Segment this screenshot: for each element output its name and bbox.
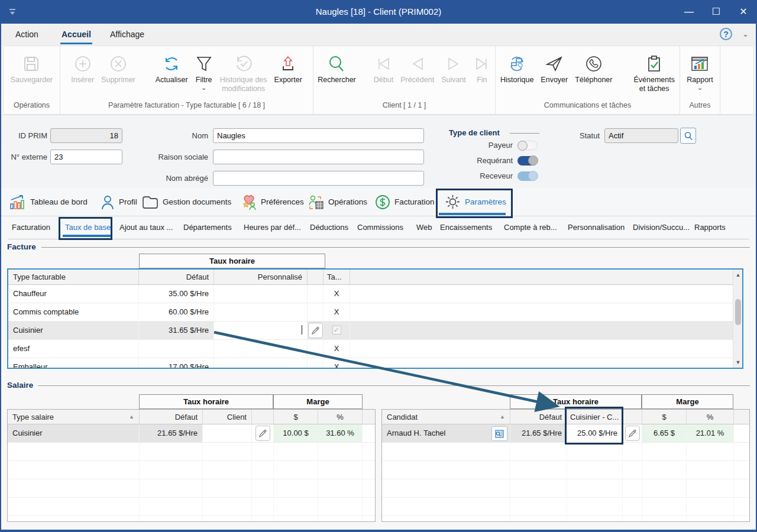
export-button[interactable]: Exporter [271,50,305,85]
edit-rate-button[interactable] [625,426,640,441]
ribbon-tab-affichage[interactable]: Affichage [108,24,147,46]
table-row[interactable]: Chauffeur 35.00 $/Hre X [8,285,742,303]
subtab-rapports[interactable]: Rapports [694,216,726,239]
minimize-button[interactable]: — [675,0,703,24]
marge-pct-cell: 21.01 % [687,424,734,442]
help-icon[interactable]: ? [720,28,732,40]
type-client-group-label: Type de client [449,128,500,137]
scroll-up-icon[interactable]: ▲ [733,270,743,280]
tab-facturation[interactable]: Facturation [375,188,435,216]
last-record-icon [473,52,491,76]
col-pct[interactable]: % [687,410,734,424]
scroll-down-icon[interactable]: ▼ [733,358,743,367]
subtab-ajout-au-taux[interactable]: Ajout au taux ... [119,216,173,239]
col-taxable[interactable]: Ta... [323,270,350,284]
first-record-button[interactable]: Début [371,50,396,85]
taxable-mark: X [323,340,350,358]
table-row-selected[interactable]: Cuisinier 31.65 $/Hre ✓ [8,322,742,340]
comm-history-button[interactable]: Historique [497,50,536,85]
col-client[interactable]: Client [203,410,252,424]
table-row[interactable]: Emballeur 17.00 $/Hre X [8,358,742,369]
ribbon-tab-accueil[interactable]: Accueil [59,24,93,46]
refresh-icon [162,52,181,76]
profile-icon [101,194,115,210]
taxable-checkbox[interactable]: ✓ [332,326,341,335]
tab-tableau-de-bord[interactable]: Tableau de bord [9,188,88,216]
previous-record-button[interactable]: Précédent [397,50,437,85]
col-pct[interactable]: % [318,410,363,424]
refresh-button[interactable]: Actualiser [153,50,191,85]
insert-button[interactable]: Insérer [68,50,97,85]
tab-parametres[interactable]: Paramètres [445,188,506,216]
save-button[interactable]: Sauvegarder [8,50,56,85]
history-modifications-button[interactable]: Historique des modifications [217,50,270,93]
subtab-facturation[interactable]: Facturation [12,216,50,239]
subtab-heures-par-defaut[interactable]: Heures par déf... [244,216,301,239]
facture-scrollbar[interactable]: ▲ ▼ [733,270,742,368]
subtab-commissions[interactable]: Commissions [357,216,403,239]
table-row[interactable]: Commis comptable 60.00 $/Hre X [8,303,742,322]
col-dollar[interactable]: $ [642,410,687,424]
report-icon [690,52,710,76]
payeur-toggle[interactable] [517,141,538,150]
tab-gestion-documents[interactable]: Gestion documents [142,188,231,216]
col-candidat[interactable]: Candidat▲ [382,410,510,424]
ribbon-collapse-chevron-icon[interactable]: ⌄ [742,30,749,38]
receveur-toggle[interactable] [517,171,538,181]
next-record-button[interactable]: Suivant [438,50,469,85]
window-title: Naugles [18] - Client (PRIM002) [0,0,757,24]
subtab-division-succursale[interactable]: Division/Succu... [633,216,690,239]
scrollbar-thumb[interactable] [735,299,741,325]
text-caret [302,325,302,335]
filter-button[interactable]: Filtre ⌄ [192,50,216,90]
col-personnalise[interactable]: Personnalisé [214,270,308,284]
col-dollar[interactable]: $ [274,410,318,424]
pencil-icon [311,326,320,335]
phone-button[interactable]: Téléphoner [572,50,615,85]
tab-operations[interactable]: Opérations [308,188,367,216]
nom-abrege-field[interactable] [213,171,424,186]
close-button[interactable]: ✕ [730,0,757,24]
report-button[interactable]: Rapport ⌄ [684,50,716,90]
col-defaut[interactable]: Défaut [510,410,567,424]
subtab-departements[interactable]: Départements [183,216,232,239]
custom-rate-cell[interactable]: 25.00 $/Hre [567,424,623,442]
table-row[interactable]: efesf X [8,340,742,358]
nom-field[interactable]: Naugles [213,128,424,143]
client-rate-cell[interactable] [203,424,252,442]
ribbon-tab-action[interactable]: Action [13,24,41,46]
requerant-toggle[interactable] [517,156,538,166]
send-button[interactable]: Envoyer [538,50,571,85]
col-edit [623,410,642,424]
subtab-personnalisation[interactable]: Personnalisation [568,216,625,239]
comm-history-icon [507,52,526,76]
table-row-selected[interactable]: Cuisinier 21.65 $/Hre 10.00 $ 31.60 % [8,424,375,443]
col-defaut[interactable]: Défaut [139,270,214,284]
col-defaut[interactable]: Défaut [140,410,203,424]
salaire-right-group-taux: Taux horaire [510,394,642,409]
col-type-salaire[interactable]: Type salaire▲ [8,410,140,424]
next-record-icon [445,52,462,76]
candidate-file-button[interactable] [491,426,507,441]
col-cuisinier-custom[interactable]: Cuisinier - C... [567,410,623,424]
subtab-encaissements[interactable]: Encaissements [440,216,492,239]
sub-tab-bar: Facturation Taux de base Ajout au taux .… [1,216,756,239]
subtab-compte-a-rebours[interactable]: Compte à reb... [504,216,557,239]
no-externe-field[interactable]: 23 [50,150,122,164]
events-tasks-button[interactable]: Événements et tâches [630,50,677,93]
table-row-selected[interactable]: Arnaud H. Tachel 21.65 $/Hre 25.00 $/Hre… [382,424,749,443]
last-record-button[interactable]: Fin [470,50,494,85]
subtab-web[interactable]: Web [416,216,432,239]
col-type-facturable[interactable]: Type facturable [8,270,139,284]
subtab-deductions[interactable]: Déductions [310,216,348,239]
tab-profil[interactable]: Profil [101,188,137,216]
delete-button[interactable]: Supprimer [98,50,138,85]
raison-sociale-field[interactable] [213,150,424,164]
tab-preferences[interactable]: Préférences [240,188,304,216]
maximize-button[interactable]: ☐ [703,0,730,24]
search-record-button[interactable]: Rechercher [315,50,359,85]
edit-rate-button[interactable] [255,426,270,441]
edit-rate-button[interactable] [308,323,323,338]
personnalise-edit-cell[interactable] [214,322,308,339]
statut-search-button[interactable] [680,128,696,144]
